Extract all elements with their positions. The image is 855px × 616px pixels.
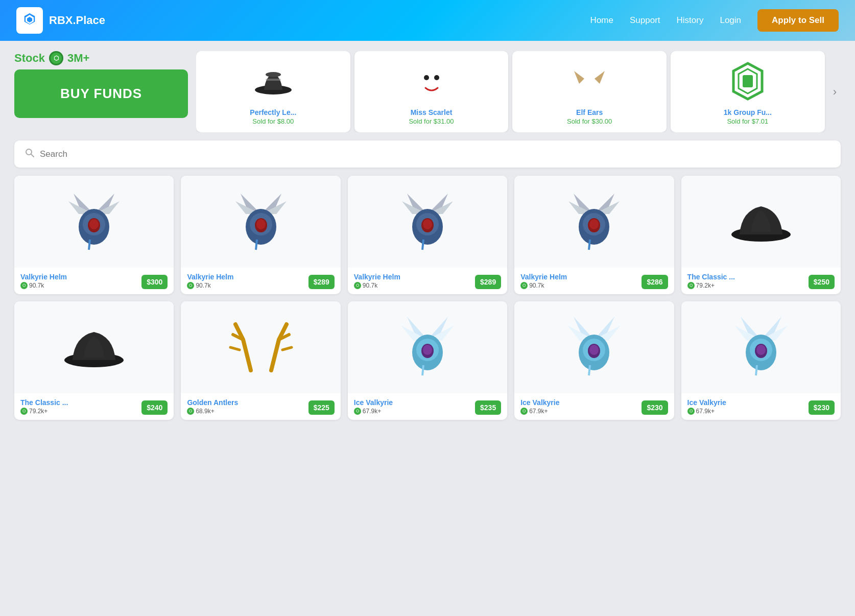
- item-info: Ice Valkyrie ⬡ 67.9k+: [354, 398, 393, 415]
- nav-home[interactable]: Home: [590, 15, 613, 26]
- stock-value: 90.7k: [196, 282, 210, 289]
- stock-value: 68.9k+: [196, 408, 214, 415]
- item-name: Golden Antlers: [187, 398, 238, 407]
- nav-login[interactable]: Login: [720, 15, 741, 26]
- item-price-badge: $250: [809, 275, 835, 289]
- carousel-next-arrow[interactable]: ›: [829, 83, 841, 101]
- robux-icon-small: ⬡: [354, 282, 361, 289]
- item-card[interactable]: Valkyrie Helm ⬡ 90.7k $289: [348, 176, 507, 294]
- robux-icon: ⬡: [49, 51, 63, 65]
- item-stock: ⬡ 67.9k+: [354, 408, 393, 415]
- robux-icon-small: ⬡: [354, 408, 361, 415]
- item-name: Valkyrie Helm: [20, 273, 67, 281]
- sale-card[interactable]: Miss Scarlet Sold for $31.00: [354, 51, 509, 132]
- stock-value: 90.7k: [529, 282, 544, 289]
- item-image: [348, 301, 507, 393]
- stock-value: 67.9k+: [363, 408, 381, 415]
- item-footer: Ice Valkyrie ⬡ 67.9k+ $235: [348, 393, 507, 420]
- sale-card-name: Elf Ears: [576, 108, 603, 116]
- svg-line-32: [589, 240, 590, 250]
- svg-line-12: [31, 154, 34, 157]
- svg-point-31: [589, 219, 599, 229]
- stock-value: 67.9k+: [529, 408, 548, 415]
- svg-line-17: [89, 240, 90, 250]
- robux-icon-small: ⬡: [687, 408, 695, 415]
- svg-point-6: [424, 75, 429, 80]
- stock-value: 79.2k+: [696, 282, 715, 289]
- item-name: Valkyrie Helm: [520, 273, 567, 281]
- buy-funds-button[interactable]: BUY FUNDS: [14, 69, 188, 118]
- item-price-badge: $225: [308, 400, 335, 415]
- item-card[interactable]: Ice Valkyrie ⬡ 67.9k+ $230: [514, 301, 674, 420]
- item-image: [181, 176, 340, 268]
- item-stock: ⬡ 67.9k+: [520, 408, 559, 415]
- item-info: Ice Valkyrie ⬡ 67.9k+: [520, 398, 559, 415]
- stock-value: 79.2k+: [29, 408, 48, 415]
- svg-line-22: [256, 240, 257, 250]
- search-input[interactable]: [40, 149, 830, 159]
- item-image: [514, 301, 674, 393]
- svg-point-48: [756, 345, 766, 355]
- item-card[interactable]: Ice Valkyrie ⬡ 67.9k+ $235: [348, 301, 507, 420]
- sale-card[interactable]: Perfectly Le... Sold for $8.00: [196, 51, 350, 132]
- nav-history[interactable]: History: [677, 15, 704, 26]
- item-card[interactable]: Golden Antlers ⬡ 68.9k+ $225: [181, 301, 340, 420]
- item-price-badge: $289: [308, 275, 335, 289]
- item-stock: ⬡ 79.2k+: [687, 282, 735, 289]
- apply-to-sell-button[interactable]: Apply to Sell: [757, 9, 839, 32]
- stock-value: 90.7k: [29, 282, 44, 289]
- item-name: Valkyrie Helm: [354, 273, 400, 281]
- svg-point-38: [423, 345, 432, 355]
- item-price-badge: $230: [809, 400, 835, 415]
- logo-icon: [16, 7, 43, 34]
- sale-card[interactable]: 1k Group Fu... Sold for $7.01: [671, 51, 825, 132]
- item-name: The Classic ...: [687, 273, 735, 281]
- svg-point-16: [89, 219, 99, 229]
- svg-line-39: [422, 365, 423, 375]
- sale-card[interactable]: Elf Ears Sold for $30.00: [512, 51, 667, 132]
- item-image: [14, 301, 174, 393]
- left-panel: Stock ⬡ 3M+ BUY FUNDS: [14, 51, 188, 132]
- item-card[interactable]: The Classic ... ⬡ 79.2k+ $240: [14, 301, 174, 420]
- item-price-badge: $230: [642, 400, 668, 415]
- item-name: Ice Valkyrie: [354, 398, 393, 407]
- item-name: Valkyrie Helm: [187, 273, 233, 281]
- sale-card-name: Perfectly Le...: [250, 108, 296, 116]
- item-image: [514, 176, 674, 268]
- item-footer: The Classic ... ⬡ 79.2k+ $250: [681, 268, 841, 294]
- stock-label: Stock ⬡ 3M+: [14, 51, 188, 65]
- item-card[interactable]: Valkyrie Helm ⬡ 90.7k $300: [14, 176, 174, 294]
- header: RBX.Place Home Support History Login App…: [0, 0, 855, 41]
- item-price-badge: $289: [475, 275, 501, 289]
- item-info: The Classic ... ⬡ 79.2k+: [20, 398, 68, 415]
- stock-value: 67.9k+: [696, 408, 715, 415]
- items-grid: Valkyrie Helm ⬡ 90.7k $300: [14, 176, 841, 420]
- item-card[interactable]: The Classic ... ⬡ 79.2k+ $250: [681, 176, 841, 294]
- svg-rect-10: [743, 75, 753, 87]
- main-content: Stock ⬡ 3M+ BUY FUNDS Perfectly Le...: [0, 41, 855, 430]
- sale-card-price: Sold for $30.00: [567, 117, 612, 125]
- nav: Home Support History Login Apply to Sell: [590, 9, 839, 32]
- item-stock: ⬡ 67.9k+: [687, 408, 726, 415]
- item-card[interactable]: Valkyrie Helm ⬡ 90.7k $286: [514, 176, 674, 294]
- item-image: [681, 301, 841, 393]
- sale-card-price: Sold for $7.01: [727, 117, 768, 125]
- robux-icon-small: ⬡: [520, 408, 528, 415]
- top-row: Stock ⬡ 3M+ BUY FUNDS Perfectly Le...: [14, 51, 841, 132]
- item-info: Ice Valkyrie ⬡ 67.9k+: [687, 398, 726, 415]
- item-footer: Golden Antlers ⬡ 68.9k+ $225: [181, 393, 340, 420]
- item-image: [14, 176, 174, 268]
- item-price-badge: $286: [642, 275, 668, 289]
- robux-icon-small: ⬡: [687, 282, 695, 289]
- robux-icon-small: ⬡: [187, 282, 194, 289]
- sale-card-image: [250, 58, 296, 104]
- logo-container: RBX.Place: [16, 7, 105, 34]
- stock-value: 90.7k: [363, 282, 377, 289]
- item-stock: ⬡ 79.2k+: [20, 408, 68, 415]
- item-card[interactable]: Ice Valkyrie ⬡ 67.9k+ $230: [681, 301, 841, 420]
- sale-card-price: Sold for $8.00: [252, 117, 294, 125]
- item-info: Valkyrie Helm ⬡ 90.7k: [520, 273, 567, 289]
- search-bar: [14, 140, 841, 168]
- item-card[interactable]: Valkyrie Helm ⬡ 90.7k $289: [181, 176, 340, 294]
- nav-support[interactable]: Support: [630, 15, 660, 26]
